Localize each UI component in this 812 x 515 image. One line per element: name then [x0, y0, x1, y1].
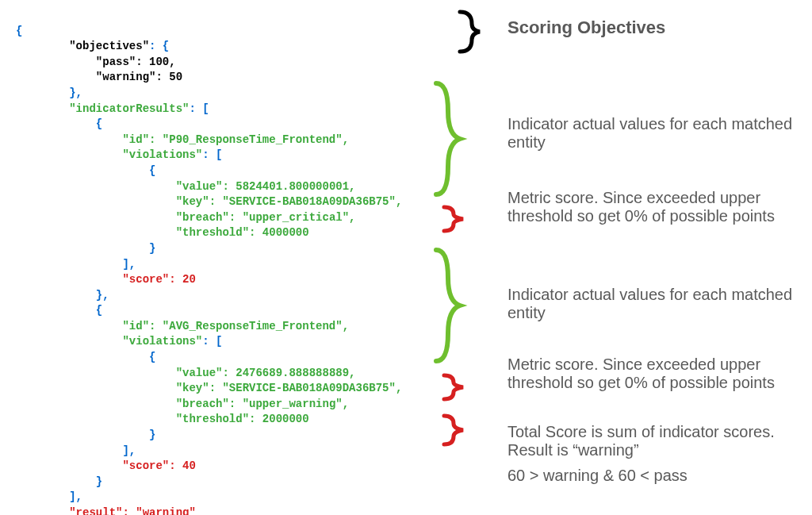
p: ],: [122, 444, 136, 457]
brace-icon: [428, 79, 476, 198]
warning-key: "warning": [96, 71, 156, 83]
p: ],: [122, 258, 136, 271]
breach-key: "breach": [176, 211, 229, 224]
brace-icon: [428, 246, 476, 365]
result-val: : "warning": [122, 506, 195, 515]
p: {: [96, 304, 102, 317]
score1-val: : 20: [169, 273, 196, 286]
brace-icon: [436, 205, 484, 233]
p: : [: [189, 102, 209, 115]
p: : {: [149, 40, 169, 52]
ann-metric-score-1: Metric score. Since exceeded upper thres…: [508, 189, 801, 225]
p: ],: [69, 490, 82, 503]
threshold1-val: : 4000000: [249, 226, 309, 239]
value-key: "value": [176, 367, 223, 379]
p: },: [96, 289, 109, 302]
p: : [: [202, 335, 222, 348]
value1-val: : 5824401.800000001,: [222, 180, 355, 193]
pass-key: "pass": [96, 56, 136, 68]
brace-open: {: [16, 25, 22, 37]
score-key: "score": [122, 273, 169, 286]
p: }: [149, 242, 155, 255]
objectives-key: "objectives": [69, 40, 149, 52]
id2-val: : "AVG_ResponseTime_Frontend",: [149, 320, 349, 332]
score-key: "score": [122, 459, 169, 472]
violations-key: "violations": [122, 148, 202, 161]
warning-val: : 50: [155, 71, 182, 83]
p: {: [149, 351, 155, 363]
brace-icon: [436, 413, 484, 448]
result-key: "result": [69, 506, 122, 515]
ann-metric-score-2: Metric score. Since exceeded upper thres…: [508, 356, 801, 392]
p: {: [96, 117, 102, 130]
ann-comparison: 60 > warning & 60 < pass: [508, 467, 688, 485]
score2-val: : 40: [169, 459, 196, 472]
violations-key: "violations": [122, 335, 202, 348]
p: {: [149, 164, 155, 177]
ann-scoring-objectives: Scoring Objectives: [508, 17, 665, 37]
id1-val: : "P90_ResponseTime_Frontend",: [149, 133, 349, 146]
ann-total-score: Total Score is sum of indicator scores. …: [508, 423, 801, 459]
breach1-val: : "upper_critical",: [229, 211, 356, 224]
id-key: "id": [122, 133, 149, 146]
brace-icon: [452, 8, 500, 56]
key-key: "key": [176, 382, 209, 394]
threshold-key: "threshold": [176, 226, 249, 239]
value-key: "value": [176, 180, 223, 193]
breach-key: "breach": [176, 398, 229, 410]
threshold2-val: : 2000000: [249, 413, 309, 425]
ann-indicator-values-2: Indicator actual values for each matched…: [508, 286, 801, 322]
indicator-results-key: "indicatorResults": [69, 102, 189, 115]
p: }: [149, 429, 155, 441]
id-key: "id": [122, 320, 149, 332]
key1-val: : "SERVICE-BAB018A09DA36B75",: [209, 195, 403, 208]
pass-val: : 100,: [136, 56, 175, 68]
p: }: [96, 475, 102, 488]
p: : [: [202, 148, 222, 161]
key-key: "key": [176, 195, 209, 208]
json-code-block: { "objectives": { "pass": 100, "warning"…: [16, 8, 460, 515]
value2-val: : 2476689.888888889,: [222, 367, 355, 379]
threshold-key: "threshold": [176, 413, 249, 425]
key2-val: : "SERVICE-BAB018A09DA36B75",: [209, 382, 403, 394]
p: },: [69, 86, 82, 99]
breach2-val: : "upper_warning",: [229, 398, 349, 410]
brace-icon: [436, 373, 484, 402]
ann-indicator-values-1: Indicator actual values for each matched…: [508, 115, 801, 152]
